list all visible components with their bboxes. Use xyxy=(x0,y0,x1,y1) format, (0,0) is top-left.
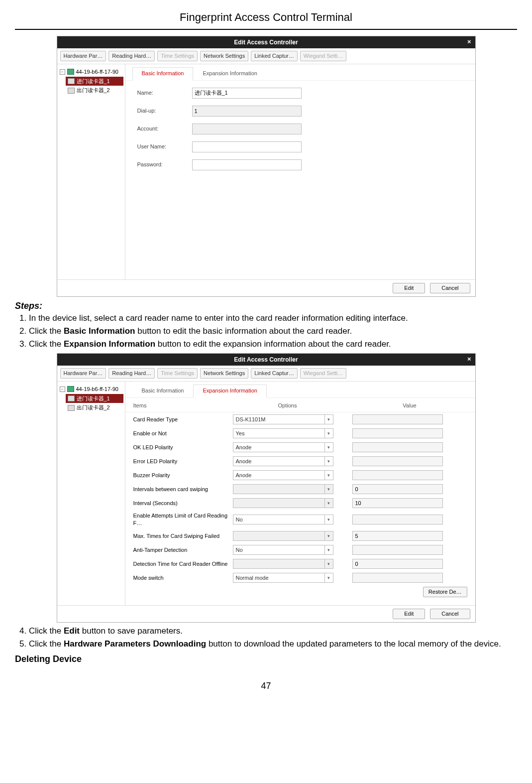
option-select[interactable]: No▾ xyxy=(233,545,333,555)
chevron-down-icon: ▾ xyxy=(324,559,333,568)
value-input[interactable] xyxy=(352,515,443,524)
linked-capture-button[interactable]: Linked Captur… xyxy=(251,368,298,379)
wiegand-settings-button[interactable]: Wiegand Setti… xyxy=(300,51,346,61)
step-5: Click the Hardware Parameters Downloadin… xyxy=(29,639,517,650)
basic-info-form: Name: Dial-up: Account: User Name: Passw… xyxy=(125,81,475,184)
option-select[interactable]: No▾ xyxy=(233,515,333,524)
tree-reader-2[interactable]: 出门读卡器_2 xyxy=(66,86,123,95)
value-input[interactable] xyxy=(352,428,443,438)
option-select[interactable]: Anode▾ xyxy=(233,456,333,466)
hardware-parameters-button[interactable]: Hardware Par… xyxy=(60,368,106,379)
chevron-down-icon[interactable]: ▾ xyxy=(324,415,333,424)
value-input[interactable] xyxy=(352,559,443,569)
chevron-down-icon[interactable]: ▾ xyxy=(324,573,333,582)
tree-reader-2[interactable]: 出门读卡器_2 xyxy=(66,403,123,412)
network-settings-button[interactable]: Network Settings xyxy=(200,368,248,379)
reading-hardware-button[interactable]: Reading Hard… xyxy=(108,51,155,61)
option-select[interactable]: Anode▾ xyxy=(233,470,333,480)
chevron-down-icon[interactable]: ▾ xyxy=(324,443,333,452)
tree-root-node[interactable]: − 44-19-b6-ff-17-90 xyxy=(59,67,123,77)
value-input[interactable] xyxy=(352,531,443,541)
edit-access-controller-window-1: Edit Access Controller × Hardware Par… R… xyxy=(57,36,476,297)
option-select-value: No xyxy=(233,516,324,523)
collapse-icon[interactable]: − xyxy=(60,387,65,392)
value-input[interactable] xyxy=(352,545,443,555)
tree-reader-1[interactable]: 进门读卡器_1 xyxy=(66,77,123,86)
tree-reader-1-label: 进门读卡器_1 xyxy=(77,78,110,85)
value-input[interactable] xyxy=(352,573,443,583)
expansion-row: OK LED PolarityAnode▾ xyxy=(125,440,475,454)
tab-expansion-information[interactable]: Expansion Information xyxy=(193,67,266,80)
expansion-row: Mode switchNormal mode▾ xyxy=(125,571,475,585)
edit-button[interactable]: Edit xyxy=(393,283,425,293)
expansion-item-label: Intervals between card swiping xyxy=(133,486,233,493)
option-select[interactable]: Anode▾ xyxy=(233,442,333,452)
value-input[interactable] xyxy=(352,456,443,466)
hardware-parameters-button[interactable]: Hardware Par… xyxy=(60,51,106,61)
option-select-value: DS-K1101M xyxy=(233,416,324,423)
device-tree-panel: − 44-19-b6-ff-17-90 进门读卡器_1 出门读卡器_2 xyxy=(57,64,125,279)
edit-button[interactable]: Edit xyxy=(393,609,425,619)
expansion-row: Detection Time for Card Reader Offline▾ xyxy=(125,557,475,571)
cancel-button[interactable]: Cancel xyxy=(430,609,470,619)
expansion-item-label: Detection Time for Card Reader Offline xyxy=(133,560,233,568)
option-select[interactable]: DS-K1101M▾ xyxy=(233,414,333,424)
option-select[interactable]: Yes▾ xyxy=(233,428,333,438)
linked-capture-button[interactable]: Linked Captur… xyxy=(251,51,298,61)
step-3: Click the Expansion Information button t… xyxy=(29,339,517,350)
expansion-item-label: OK LED Polarity xyxy=(133,444,233,451)
tab-basic-information[interactable]: Basic Information xyxy=(132,385,194,397)
time-settings-button[interactable]: Time Settings xyxy=(157,51,198,61)
restore-default-button[interactable]: Restore De… xyxy=(423,587,467,597)
value-input[interactable] xyxy=(352,484,443,494)
wiegand-settings-button[interactable]: Wiegand Setti… xyxy=(300,368,346,379)
option-select-value: Yes xyxy=(233,430,324,437)
tab-basic-information[interactable]: Basic Information xyxy=(132,67,194,81)
network-settings-button[interactable]: Network Settings xyxy=(200,51,248,61)
option-select[interactable]: Normal mode▾ xyxy=(233,573,333,583)
step-4-text-2: button to save parameters. xyxy=(80,626,183,636)
tab-expansion-information[interactable]: Expansion Information xyxy=(193,385,266,398)
password-input[interactable] xyxy=(192,159,302,170)
tree-reader-1[interactable]: 进门读卡器_1 xyxy=(66,394,123,403)
right-panel: Basic Information Expansion Information … xyxy=(125,382,475,605)
chevron-down-icon[interactable]: ▾ xyxy=(324,471,333,480)
reader-icon xyxy=(68,405,75,411)
window-footer: Edit Cancel xyxy=(57,279,475,296)
window-title: Edit Access Controller xyxy=(234,39,298,46)
value-input[interactable] xyxy=(352,414,443,424)
expansion-row: Intervals between card swiping▾ xyxy=(125,482,475,496)
chevron-down-icon[interactable]: ▾ xyxy=(324,429,333,438)
step-4-text: Click the xyxy=(29,626,64,636)
reading-hardware-button[interactable]: Reading Hard… xyxy=(108,368,155,379)
username-label: User Name: xyxy=(137,143,192,150)
collapse-icon[interactable]: − xyxy=(60,69,65,75)
expansion-table-header: Items Options Value xyxy=(125,398,475,413)
name-input[interactable] xyxy=(192,88,302,99)
window-footer: Edit Cancel xyxy=(57,605,475,622)
option-select: ▾ xyxy=(233,484,333,494)
time-settings-button[interactable]: Time Settings xyxy=(157,368,198,379)
chevron-down-icon[interactable]: ▾ xyxy=(324,545,333,554)
steps-list-1: In the device list, select a card reader… xyxy=(15,313,517,350)
close-icon[interactable]: × xyxy=(467,37,471,46)
step-3-bold: Expansion Information xyxy=(64,339,155,349)
expansion-item-label: Mode switch xyxy=(133,574,233,582)
cancel-button[interactable]: Cancel xyxy=(430,283,470,293)
value-input[interactable] xyxy=(352,442,443,452)
value-input[interactable] xyxy=(352,470,443,480)
step-5-text-2: button to download the updated parameter… xyxy=(206,639,501,649)
tree-root-node[interactable]: − 44-19-b6-ff-17-90 xyxy=(59,385,123,394)
chevron-down-icon[interactable]: ▾ xyxy=(324,515,333,524)
tree-root-label: 44-19-b6-ff-17-90 xyxy=(76,68,118,76)
close-icon[interactable]: × xyxy=(467,355,471,364)
tree-root-label: 44-19-b6-ff-17-90 xyxy=(76,386,118,393)
chevron-down-icon[interactable]: ▾ xyxy=(324,457,333,466)
username-input[interactable] xyxy=(192,141,302,152)
subtab-bar: Basic Information Expansion Information xyxy=(125,64,475,81)
value-input[interactable] xyxy=(352,498,443,508)
option-select-value: No xyxy=(233,546,324,554)
device-icon xyxy=(67,69,74,75)
main-toolbar: Hardware Par… Reading Hard… Time Setting… xyxy=(57,48,475,64)
expansion-row: Anti-Tamper DetectionNo▾ xyxy=(125,543,475,557)
